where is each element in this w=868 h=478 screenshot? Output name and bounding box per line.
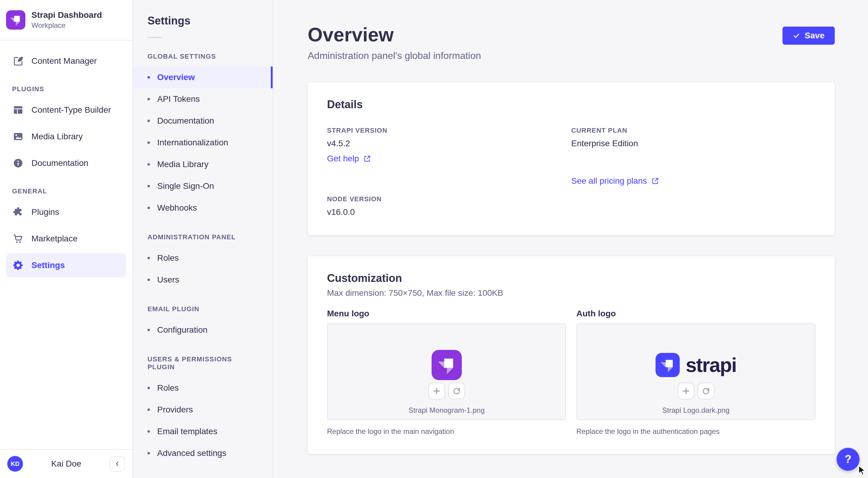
- sidebar-item-media-library[interactable]: Media Library: [6, 125, 126, 149]
- bullet-icon: [148, 207, 150, 209]
- node-version-label: NODE VERSION: [327, 195, 571, 203]
- sidebar-item-marketplace[interactable]: Marketplace: [6, 227, 126, 251]
- settings-subnav: Settings GLOBAL SETTINGS Overview API To…: [133, 0, 273, 478]
- page-title: Overview: [308, 24, 481, 45]
- pricing-plans-link-label: See all pricing plans: [571, 176, 647, 186]
- reset-logo-button[interactable]: [448, 383, 465, 400]
- subnav-item-up-roles[interactable]: Roles: [133, 377, 273, 399]
- current-plan-value: Enterprise Edition: [571, 139, 815, 148]
- settings-subnav-title: Settings: [133, 14, 273, 27]
- subnav-item-single-sign-on[interactable]: Single Sign-On: [133, 175, 273, 197]
- refresh-icon: [452, 386, 461, 395]
- details-card-title: Details: [327, 98, 815, 111]
- subnav-item-internationalization[interactable]: Internationalization: [133, 132, 273, 154]
- plus-icon: [682, 386, 690, 395]
- subnav-item-providers[interactable]: Providers: [133, 399, 273, 421]
- save-button[interactable]: Save: [782, 27, 835, 45]
- external-link-icon: [363, 155, 371, 163]
- details-right-column: CURRENT PLAN Enterprise Edition See all …: [571, 127, 815, 217]
- details-grid: STRAPI VERSION v4.5.2 Get help: [327, 127, 815, 217]
- subnav-item-advanced-settings[interactable]: Advanced settings: [133, 442, 273, 464]
- user-avatar[interactable]: KD: [7, 456, 23, 472]
- subnav-item-api-tokens[interactable]: API Tokens: [133, 88, 273, 110]
- user-name: Kai Doe: [28, 459, 104, 469]
- refresh-icon: [702, 386, 711, 395]
- workspace-brand[interactable]: Strapi Dashboard Workplace: [0, 0, 132, 40]
- subnav-section-administration-panel: ADMINISTRATION PANEL: [148, 233, 258, 241]
- bullet-icon: [148, 279, 150, 281]
- details-card: Details STRAPI VERSION v4.5.2 Get help: [308, 83, 835, 235]
- external-link-icon: [651, 177, 659, 185]
- auth-logo-block: Auth logo strapi: [576, 309, 815, 436]
- strapi-version-field: STRAPI VERSION v4.5.2 Get help: [327, 127, 571, 164]
- sidebar-item-label: Settings: [31, 260, 65, 270]
- get-help-link[interactable]: Get help: [327, 154, 371, 163]
- add-logo-button[interactable]: [678, 383, 694, 400]
- menu-logo-label: Menu logo: [327, 309, 566, 318]
- sidebar-item-label: Documentation: [31, 158, 88, 168]
- main-content: Overview Administration panel's global i…: [273, 0, 868, 478]
- strapi-monogram-icon: [6, 10, 25, 30]
- reset-logo-button[interactable]: [698, 383, 714, 400]
- main-nav: Content Manager PLUGINS Content-Type Bui…: [0, 40, 132, 449]
- strapi-logo-icon: [655, 353, 680, 377]
- bullet-icon: [148, 98, 150, 100]
- subnav-item-admin-roles[interactable]: Roles: [133, 247, 273, 269]
- subnav-item-admin-users[interactable]: Users: [133, 269, 273, 291]
- image-icon: [12, 130, 24, 142]
- shopping-cart-icon: [12, 233, 24, 245]
- strapi-admin-app: Strapi Dashboard Workplace Content Manag…: [0, 0, 868, 478]
- subnav-item-label: Roles: [157, 383, 179, 393]
- bullet-icon: [148, 185, 150, 187]
- pricing-plans-link[interactable]: See all pricing plans: [571, 176, 659, 186]
- subnav-section-users-permissions-plugin: USERS & PERMISSIONS PLUGIN: [148, 355, 258, 371]
- menu-logo-actions: [428, 383, 465, 400]
- sidebar-item-content-type-builder[interactable]: Content-Type Builder: [6, 98, 126, 122]
- workspace-brand-text: Strapi Dashboard Workplace: [31, 10, 102, 30]
- sidebar-section-plugins: PLUGINS: [12, 85, 120, 93]
- auth-logo-upload-area[interactable]: strapi: [576, 323, 815, 420]
- subnav-item-overview[interactable]: Overview: [133, 66, 273, 88]
- strapi-wordmark: strapi: [686, 355, 737, 375]
- bullet-icon: [148, 452, 150, 454]
- info-circle-icon: [12, 157, 24, 169]
- auth-logo-caption: Replace the logo in the authentication p…: [576, 427, 815, 436]
- subnav-item-label: Configuration: [157, 325, 208, 335]
- subnav-item-documentation[interactable]: Documentation: [133, 110, 273, 132]
- auth-logo-actions: [678, 383, 714, 400]
- subnav-item-label: Users: [157, 275, 179, 285]
- help-button[interactable]: ?: [837, 448, 860, 471]
- menu-logo-filename: Strapi Monogram-1.png: [408, 406, 485, 415]
- main-sidebar: Strapi Dashboard Workplace Content Manag…: [0, 0, 133, 478]
- subnav-item-email-configuration[interactable]: Configuration: [133, 319, 273, 341]
- customization-card-subtitle: Max dimension: 750×750, Max file size: 1…: [327, 288, 815, 298]
- add-logo-button[interactable]: [428, 383, 445, 400]
- sidebar-footer: KD Kai Doe: [0, 449, 132, 478]
- sidebar-item-label: Content Manager: [31, 56, 97, 66]
- subnav-item-label: Roles: [157, 253, 179, 263]
- subnav-item-label: API Tokens: [157, 94, 200, 104]
- chevron-left-icon: [114, 460, 121, 468]
- sidebar-item-plugins[interactable]: Plugins: [6, 200, 126, 224]
- subnav-item-media-library[interactable]: Media Library: [133, 154, 273, 175]
- check-icon: [793, 32, 800, 39]
- gear-icon: [12, 259, 24, 271]
- auth-logo-filename: Strapi Logo.dark.png: [662, 406, 730, 415]
- menu-logo-block: Menu logo: [327, 309, 566, 436]
- bullet-icon: [148, 329, 150, 331]
- subnav-item-webhooks[interactable]: Webhooks: [133, 197, 273, 219]
- mouse-cursor: [858, 465, 866, 478]
- subnav-item-email-templates[interactable]: Email templates: [133, 421, 273, 442]
- menu-logo-upload-area[interactable]: Strapi Monogram-1.png: [327, 323, 566, 420]
- plus-icon: [432, 386, 441, 395]
- node-version-value: v16.0.0: [327, 207, 571, 217]
- sidebar-item-label: Media Library: [31, 132, 83, 141]
- sidebar-item-documentation[interactable]: Documentation: [6, 151, 126, 175]
- sidebar-item-label: Content-Type Builder: [31, 105, 111, 115]
- sidebar-item-settings[interactable]: Settings: [6, 253, 126, 277]
- sidebar-item-content-manager[interactable]: Content Manager: [6, 49, 126, 73]
- auth-logo-preview: strapi: [655, 350, 737, 380]
- node-version-field: NODE VERSION v16.0.0: [327, 195, 571, 217]
- collapse-sidebar-button[interactable]: [110, 456, 125, 472]
- bullet-icon: [148, 120, 150, 122]
